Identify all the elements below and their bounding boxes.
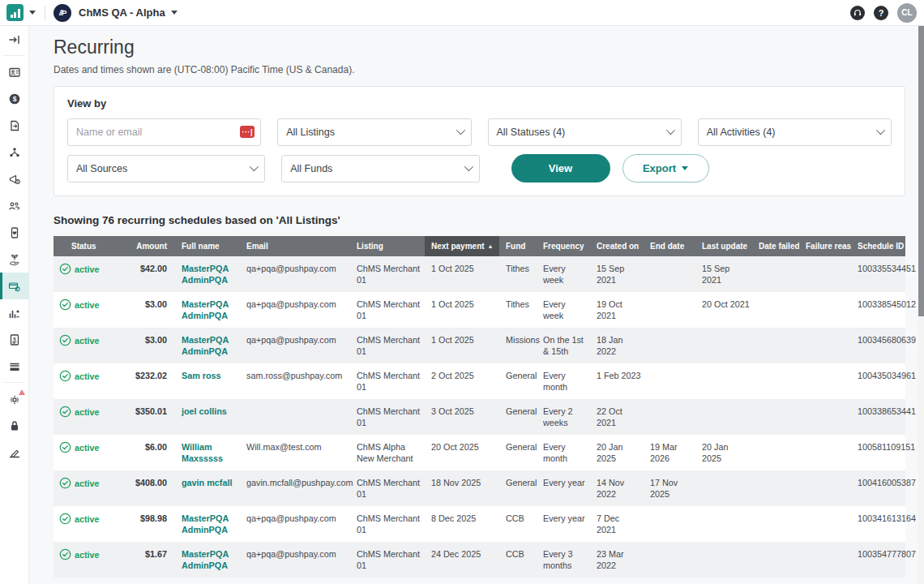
full-name-link[interactable]: William Maxsssss	[182, 442, 223, 463]
cell-end_date	[644, 363, 695, 399]
cell-status: active	[53, 256, 125, 292]
app-switcher-caret-icon[interactable]	[29, 11, 36, 15]
app-switcher-logo[interactable]	[6, 4, 24, 21]
sidebar-item-collapse-sidebar[interactable]	[0, 26, 29, 53]
support-icon[interactable]	[850, 6, 865, 20]
password-manager-autofill-icon[interactable]: ···|	[240, 126, 255, 138]
help-icon[interactable]: ?	[874, 6, 888, 20]
view-button[interactable]: View	[511, 154, 610, 182]
statuses-select[interactable]: All Statuses (4)	[488, 118, 682, 146]
sidebar-item-giving[interactable]: $	[0, 85, 29, 112]
org-name[interactable]: ChMS QA - Alpha	[79, 6, 165, 19]
table-row: active$408.00gavin mcfallgavin.mcfall@pu…	[53, 470, 905, 506]
column-header-end_date[interactable]: End date	[644, 236, 695, 256]
cell-failure_reason	[799, 542, 851, 578]
name-or-email-input[interactable]: Name or email	[67, 118, 261, 146]
sidebar-item-announcements[interactable]	[0, 165, 29, 192]
batches-icon	[8, 360, 21, 373]
column-header-amount[interactable]: Amount	[125, 236, 175, 256]
cell-status: active	[53, 506, 125, 542]
sidebar-item-export-page[interactable]	[0, 112, 29, 139]
sidebar-item-donor-development[interactable]	[0, 246, 29, 273]
sidebar-item-community[interactable]	[0, 192, 29, 219]
active-check-icon	[59, 263, 71, 275]
activities-select[interactable]: All Activities (4)	[698, 118, 892, 146]
sidebar-item-custom-forms[interactable]	[0, 439, 29, 466]
sidebar-item-mobile-app[interactable]	[0, 219, 29, 246]
column-header-next_payment[interactable]: Next payment▲	[425, 236, 499, 256]
full-name-link[interactable]: MasterPQA AdminPQA	[182, 549, 229, 570]
full-name-link[interactable]: MasterPQA AdminPQA	[182, 513, 229, 535]
custom-forms-icon	[8, 446, 21, 459]
sidebar-item-statements[interactable]: $	[0, 326, 29, 353]
cell-last_update: 20 Oct 2021	[695, 292, 752, 328]
cell-end_date	[644, 506, 695, 542]
table-body: active$42.00MasterPQA AdminPQAqa+pqa@pus…	[53, 256, 905, 578]
full-name-link[interactable]: Sam ross	[182, 371, 221, 380]
full-name-link[interactable]: MasterPQA AdminPQA	[182, 335, 229, 356]
cell-listing: ChMS Merchant 01	[350, 399, 425, 435]
status-badge: active	[75, 406, 100, 418]
people-directory-icon	[8, 66, 21, 79]
cell-end_date	[644, 328, 695, 363]
sort-asc-icon: ▲	[488, 243, 494, 249]
cell-created_on: 7 Dec 2021	[590, 506, 644, 542]
org-switcher-caret-icon[interactable]	[171, 11, 178, 15]
sidebar-item-batches[interactable]	[0, 353, 29, 380]
full-name-link[interactable]: MasterPQA AdminPQA	[182, 299, 229, 320]
cell-next_payment: 24 Dec 2025	[425, 542, 499, 578]
cell-listing: ChMS Merchant 01	[350, 506, 425, 542]
column-header-listing[interactable]: Listing	[350, 236, 425, 256]
sidebar-item-people-directory[interactable]	[0, 58, 29, 85]
cell-date_failed	[752, 292, 799, 328]
user-avatar[interactable]: CL	[897, 3, 917, 23]
cell-listing: ChMS Merchant 01	[350, 363, 425, 399]
column-header-failure_reason[interactable]: Failure reason	[799, 236, 851, 256]
cell-amount: $3.00	[125, 328, 175, 363]
vertical-scrollbar[interactable]	[918, 26, 924, 584]
column-header-date_failed[interactable]: Date failed	[752, 236, 799, 256]
cell-fund: CCB	[499, 542, 537, 578]
full-name-link[interactable]: MasterPQA AdminPQA	[182, 264, 229, 285]
sidebar-item-org-network[interactable]	[0, 139, 29, 165]
column-header-frequency[interactable]: Frequency	[537, 236, 590, 256]
cell-listing: ChMS Merchant 01	[350, 328, 425, 363]
column-header-created_on[interactable]: Created on	[590, 236, 644, 256]
sidebar-item-recurring[interactable]	[0, 273, 29, 299]
sidebar-divider	[3, 382, 25, 383]
sidebar-item-permissions-lock[interactable]	[0, 412, 29, 439]
cell-created_on: 1 Feb 2023	[590, 363, 644, 399]
cell-fund: General	[499, 363, 537, 399]
sources-select[interactable]: All Sources	[67, 155, 265, 182]
cell-email: qa+pqa@pushpay.com	[240, 542, 350, 578]
listings-select[interactable]: All Listings	[277, 118, 471, 146]
column-header-status[interactable]: Status	[53, 236, 125, 256]
cell-last_update	[695, 328, 752, 363]
full-name-link[interactable]: gavin mcfall	[182, 478, 232, 487]
column-header-schedule_id[interactable]: Schedule ID	[851, 236, 905, 256]
cell-created_on: 18 Jan 2022	[590, 328, 644, 363]
cell-schedule_id: 100345680639	[851, 328, 905, 363]
table-row: active$42.00MasterPQA AdminPQAqa+pqa@pus…	[53, 256, 905, 292]
table-row: active$3.00MasterPQA AdminPQAqa+pqa@push…	[53, 292, 905, 328]
cell-full_name: MasterPQA AdminPQA	[175, 256, 240, 292]
scrollbar-thumb[interactable]	[918, 26, 924, 316]
cell-amount: $3.00	[125, 292, 175, 328]
export-button[interactable]: Export	[622, 154, 709, 182]
cell-listing: ChMS Merchant 01	[350, 542, 425, 578]
cell-end_date	[644, 399, 695, 435]
sidebar-item-insights[interactable]	[0, 299, 29, 326]
column-header-email[interactable]: Email	[240, 236, 350, 256]
sidebar-item-settings[interactable]	[0, 385, 29, 412]
cell-full_name: MasterPQA AdminPQA	[175, 506, 240, 542]
cell-end_date	[644, 292, 695, 328]
cell-last_update	[695, 506, 752, 542]
funds-select[interactable]: All Funds	[281, 155, 479, 182]
column-header-full_name[interactable]: Full name	[175, 236, 240, 256]
column-header-last_update[interactable]: Last update	[695, 236, 752, 256]
status-badge: active	[75, 335, 100, 346]
column-header-fund[interactable]: Fund	[499, 236, 537, 256]
full-name-link[interactable]: joel collins	[182, 406, 227, 416]
cell-last_update	[695, 363, 752, 399]
table-row: active$98.98MasterPQA AdminPQAqa+pqa@pus…	[53, 506, 905, 542]
